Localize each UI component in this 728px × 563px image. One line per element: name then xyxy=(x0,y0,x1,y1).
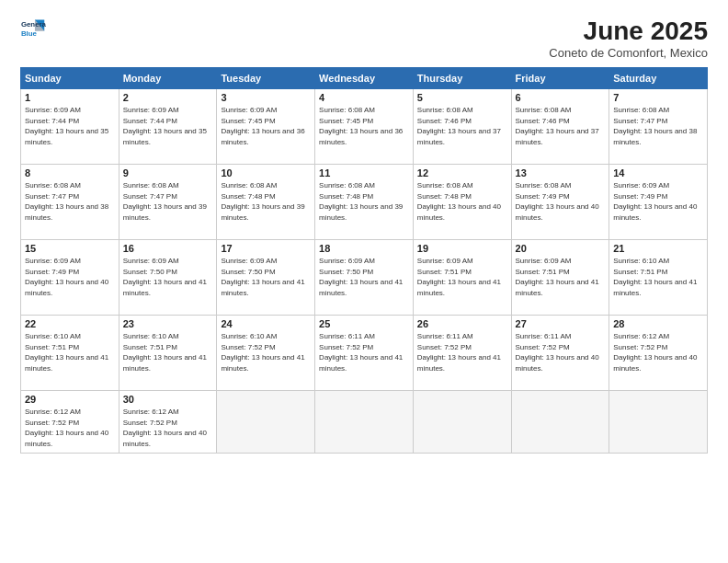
day-info: Sunrise: 6:08 AMSunset: 7:47 PMDaylight:… xyxy=(123,180,213,223)
calendar-cell: 22Sunrise: 6:10 AMSunset: 7:51 PMDayligh… xyxy=(21,316,119,391)
day-info: Sunrise: 6:12 AMSunset: 7:52 PMDaylight:… xyxy=(25,407,115,449)
day-number: 1 xyxy=(25,92,115,103)
calendar-week-row: 22Sunrise: 6:10 AMSunset: 7:51 PMDayligh… xyxy=(21,316,708,391)
calendar-week-row: 8Sunrise: 6:08 AMSunset: 7:47 PMDaylight… xyxy=(21,165,708,240)
day-number: 11 xyxy=(319,167,409,178)
day-number: 8 xyxy=(25,167,115,178)
calendar-cell: 5Sunrise: 6:08 AMSunset: 7:46 PMDaylight… xyxy=(413,89,511,165)
day-number: 6 xyxy=(516,92,606,103)
day-number: 17 xyxy=(221,243,311,254)
day-number: 26 xyxy=(417,318,507,329)
day-number: 30 xyxy=(123,394,213,405)
day-number: 2 xyxy=(123,92,213,103)
day-number: 19 xyxy=(417,243,507,254)
day-number: 7 xyxy=(613,92,703,103)
calendar-cell: 19Sunrise: 6:09 AMSunset: 7:51 PMDayligh… xyxy=(413,240,511,316)
calendar-cell: 1Sunrise: 6:09 AMSunset: 7:44 PMDaylight… xyxy=(21,89,119,165)
day-info: Sunrise: 6:09 AMSunset: 7:49 PMDaylight:… xyxy=(25,256,115,298)
day-info: Sunrise: 6:08 AMSunset: 7:49 PMDaylight:… xyxy=(516,180,606,223)
calendar-cell xyxy=(315,391,414,454)
calendar-cell: 9Sunrise: 6:08 AMSunset: 7:47 PMDaylight… xyxy=(119,165,217,240)
day-info: Sunrise: 6:09 AMSunset: 7:49 PMDaylight:… xyxy=(613,180,703,223)
day-info: Sunrise: 6:09 AMSunset: 7:50 PMDaylight:… xyxy=(123,256,213,298)
day-number: 29 xyxy=(25,394,115,405)
day-number: 18 xyxy=(319,243,409,254)
calendar-cell: 8Sunrise: 6:08 AMSunset: 7:47 PMDaylight… xyxy=(21,165,119,240)
calendar-cell: 4Sunrise: 6:08 AMSunset: 7:45 PMDaylight… xyxy=(315,89,414,165)
calendar-cell xyxy=(413,391,511,454)
calendar-cell: 10Sunrise: 6:08 AMSunset: 7:48 PMDayligh… xyxy=(217,165,315,240)
calendar-cell: 29Sunrise: 6:12 AMSunset: 7:52 PMDayligh… xyxy=(21,391,119,454)
day-number: 27 xyxy=(516,318,606,329)
day-info: Sunrise: 6:08 AMSunset: 7:46 PMDaylight:… xyxy=(516,105,606,147)
day-info: Sunrise: 6:10 AMSunset: 7:52 PMDaylight:… xyxy=(221,331,311,373)
day-number: 12 xyxy=(417,167,507,178)
calendar-week-row: 15Sunrise: 6:09 AMSunset: 7:49 PMDayligh… xyxy=(21,240,708,316)
calendar-cell: 23Sunrise: 6:10 AMSunset: 7:51 PMDayligh… xyxy=(119,316,217,391)
day-number: 16 xyxy=(123,243,213,254)
day-info: Sunrise: 6:09 AMSunset: 7:51 PMDaylight:… xyxy=(417,256,507,298)
day-number: 20 xyxy=(516,243,606,254)
calendar-cell: 20Sunrise: 6:09 AMSunset: 7:51 PMDayligh… xyxy=(511,240,609,316)
calendar-cell: 13Sunrise: 6:08 AMSunset: 7:49 PMDayligh… xyxy=(511,165,609,240)
day-info: Sunrise: 6:08 AMSunset: 7:48 PMDaylight:… xyxy=(417,180,507,223)
day-number: 4 xyxy=(319,92,409,103)
day-info: Sunrise: 6:08 AMSunset: 7:48 PMDaylight:… xyxy=(319,180,409,223)
dow-header: Thursday xyxy=(413,68,511,89)
day-number: 24 xyxy=(221,318,311,329)
calendar-week-row: 29Sunrise: 6:12 AMSunset: 7:52 PMDayligh… xyxy=(21,391,708,454)
calendar-cell: 2Sunrise: 6:09 AMSunset: 7:44 PMDaylight… xyxy=(119,89,217,165)
day-number: 15 xyxy=(25,243,115,254)
day-number: 10 xyxy=(221,167,311,178)
calendar-cell: 15Sunrise: 6:09 AMSunset: 7:49 PMDayligh… xyxy=(21,240,119,316)
calendar-cell: 14Sunrise: 6:09 AMSunset: 7:49 PMDayligh… xyxy=(609,165,708,240)
day-number: 23 xyxy=(123,318,213,329)
calendar-week-row: 1Sunrise: 6:09 AMSunset: 7:44 PMDaylight… xyxy=(21,89,708,165)
calendar-cell xyxy=(217,391,315,454)
day-number: 28 xyxy=(613,318,703,329)
day-info: Sunrise: 6:10 AMSunset: 7:51 PMDaylight:… xyxy=(123,331,213,373)
day-info: Sunrise: 6:12 AMSunset: 7:52 PMDaylight:… xyxy=(613,331,703,373)
calendar-cell: 30Sunrise: 6:12 AMSunset: 7:52 PMDayligh… xyxy=(119,391,217,454)
calendar-cell: 28Sunrise: 6:12 AMSunset: 7:52 PMDayligh… xyxy=(609,316,708,391)
calendar-cell: 26Sunrise: 6:11 AMSunset: 7:52 PMDayligh… xyxy=(413,316,511,391)
calendar-cell: 12Sunrise: 6:08 AMSunset: 7:48 PMDayligh… xyxy=(413,165,511,240)
day-info: Sunrise: 6:10 AMSunset: 7:51 PMDaylight:… xyxy=(613,256,703,298)
calendar-cell: 27Sunrise: 6:11 AMSunset: 7:52 PMDayligh… xyxy=(511,316,609,391)
dow-header: Sunday xyxy=(21,68,119,89)
day-info: Sunrise: 6:08 AMSunset: 7:45 PMDaylight:… xyxy=(319,105,409,147)
day-number: 9 xyxy=(123,167,213,178)
day-number: 3 xyxy=(221,92,311,103)
calendar-cell xyxy=(609,391,708,454)
dow-header: Wednesday xyxy=(315,68,414,89)
day-number: 13 xyxy=(516,167,606,178)
days-of-week-row: SundayMondayTuesdayWednesdayThursdayFrid… xyxy=(21,68,708,89)
dow-header: Saturday xyxy=(609,68,708,89)
day-info: Sunrise: 6:09 AMSunset: 7:44 PMDaylight:… xyxy=(25,105,115,147)
day-info: Sunrise: 6:08 AMSunset: 7:47 PMDaylight:… xyxy=(25,180,115,223)
day-info: Sunrise: 6:09 AMSunset: 7:50 PMDaylight:… xyxy=(319,256,409,298)
calendar-cell xyxy=(511,391,609,454)
month-title: June 2025 xyxy=(549,17,708,46)
day-info: Sunrise: 6:08 AMSunset: 7:48 PMDaylight:… xyxy=(221,180,311,223)
svg-text:General: General xyxy=(21,20,46,29)
day-info: Sunrise: 6:10 AMSunset: 7:51 PMDaylight:… xyxy=(25,331,115,373)
day-info: Sunrise: 6:09 AMSunset: 7:50 PMDaylight:… xyxy=(221,256,311,298)
day-info: Sunrise: 6:08 AMSunset: 7:46 PMDaylight:… xyxy=(417,105,507,147)
page: General Blue June 2025 Coneto de Comonfo… xyxy=(0,0,728,563)
calendar-cell: 17Sunrise: 6:09 AMSunset: 7:50 PMDayligh… xyxy=(217,240,315,316)
calendar-cell: 24Sunrise: 6:10 AMSunset: 7:52 PMDayligh… xyxy=(217,316,315,391)
location-title: Coneto de Comonfort, Mexico xyxy=(549,46,708,60)
day-info: Sunrise: 6:08 AMSunset: 7:47 PMDaylight:… xyxy=(613,105,703,147)
dow-header: Tuesday xyxy=(217,68,315,89)
calendar-cell: 18Sunrise: 6:09 AMSunset: 7:50 PMDayligh… xyxy=(315,240,414,316)
calendar: SundayMondayTuesdayWednesdayThursdayFrid… xyxy=(20,67,708,454)
day-number: 22 xyxy=(25,318,115,329)
calendar-cell: 25Sunrise: 6:11 AMSunset: 7:52 PMDayligh… xyxy=(315,316,414,391)
day-info: Sunrise: 6:11 AMSunset: 7:52 PMDaylight:… xyxy=(319,331,409,373)
day-info: Sunrise: 6:09 AMSunset: 7:51 PMDaylight:… xyxy=(516,256,606,298)
day-info: Sunrise: 6:09 AMSunset: 7:45 PMDaylight:… xyxy=(221,105,311,147)
day-info: Sunrise: 6:11 AMSunset: 7:52 PMDaylight:… xyxy=(516,331,606,373)
calendar-cell: 16Sunrise: 6:09 AMSunset: 7:50 PMDayligh… xyxy=(119,240,217,316)
day-number: 25 xyxy=(319,318,409,329)
